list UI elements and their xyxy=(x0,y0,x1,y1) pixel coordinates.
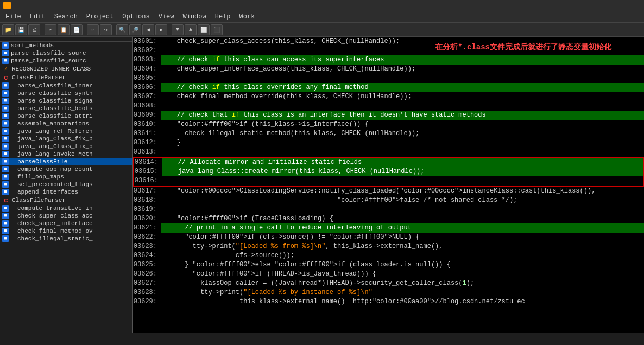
main-layout: ■sort_methods■parse_classfile_sourc■pars… xyxy=(0,37,644,333)
sidebar-item[interactable]: ■assemble_annotations xyxy=(0,120,132,127)
sidebar-item[interactable]: ■java_lang_Class_fix_p xyxy=(0,135,132,143)
method-icon: ■ xyxy=(2,205,9,212)
sidebar-item[interactable]: cClassFileParser xyxy=(0,73,132,82)
toolbar-button-8[interactable]: 🔍 xyxy=(116,24,128,35)
toolbar-button-13[interactable]: ▲ xyxy=(185,24,197,35)
menu-item-search[interactable]: Search xyxy=(50,12,82,22)
sidebar-item-label: assemble_annotations xyxy=(17,120,89,127)
sidebar-item[interactable]: ■parseClassFile xyxy=(0,158,132,165)
menu-item-window[interactable]: Window xyxy=(179,12,211,22)
toolbar-button-6[interactable]: ↩ xyxy=(87,24,99,35)
sidebar-item[interactable]: ■java_lang_invoke_Meth xyxy=(0,150,132,158)
method-icon: ■ xyxy=(2,90,9,97)
toolbar-button-11[interactable]: ▶ xyxy=(155,24,167,35)
code-content: // check that if this class is an interf… xyxy=(161,111,644,120)
sidebar-item-label: check_super_class_acc xyxy=(17,213,93,219)
line-number: 03626: xyxy=(133,270,161,279)
menu-item-project[interactable]: Project xyxy=(82,12,118,22)
class-icon: c xyxy=(2,74,10,81)
code-content: } xyxy=(161,138,644,148)
line-number: 03604: xyxy=(133,65,161,74)
sidebar-item[interactable]: ≠RECOGNIZED_INNER_CLASS_ xyxy=(0,65,132,73)
method-icon: ■ xyxy=(2,120,9,127)
menu-item-edit[interactable]: Edit xyxy=(26,12,50,22)
sidebar-item[interactable]: ■compute_oop_map_count xyxy=(0,165,132,173)
code-row: 03619: xyxy=(133,205,644,214)
method-icon: ■ xyxy=(2,151,9,157)
line-number: 03611: xyxy=(133,129,161,138)
toolbar-button-3[interactable]: ✂ xyxy=(45,24,56,35)
sidebar-item-label: parse_classfile_attri xyxy=(17,113,93,119)
line-number: 03615: xyxy=(134,167,162,176)
line-number: 03613: xyxy=(133,148,161,157)
sidebar-item[interactable]: cClassFileParser xyxy=(0,196,132,205)
code-row: 03622: "color:#ffff00">if (cfs->source()… xyxy=(133,233,644,242)
code-content: "color:#ffff00">if (TraceClassLoading) { xyxy=(161,214,644,223)
menu-item-view[interactable]: View xyxy=(154,12,179,22)
sidebar-item[interactable]: ■fill_oop_maps xyxy=(0,173,132,181)
toolbar-button-15[interactable]: ⬛ xyxy=(211,24,223,35)
code-row: 03606: // check if this class overrides … xyxy=(133,83,644,92)
toolbar-button-2[interactable]: 🖨 xyxy=(28,24,40,35)
menu-item-file[interactable]: File xyxy=(1,12,26,22)
sidebar-item[interactable]: ■parse_classfile_sourc xyxy=(0,57,132,65)
method-icon: ■ xyxy=(2,228,9,234)
sidebar-item[interactable]: ■check_final_method_ov xyxy=(0,227,132,235)
sidebar-item[interactable]: ■set_precomputed_flags xyxy=(0,181,132,188)
toolbar-button-0[interactable]: 📁 xyxy=(2,24,14,35)
line-number: 03602: xyxy=(133,46,161,55)
sidebar-item[interactable]: ■check_super_class_acc xyxy=(0,212,132,220)
sidebar-item[interactable]: ■parse_classfile_attri xyxy=(0,112,132,120)
toolbar-button-9[interactable]: 🔎 xyxy=(129,24,141,35)
sidebar[interactable]: ■sort_methods■parse_classfile_sourc■pars… xyxy=(0,37,133,333)
code-row: 03601: check_super_class_access(this_kla… xyxy=(133,37,644,46)
code-row: 03626: "color:#ffff00">if (THREAD->is_Ja… xyxy=(133,270,644,279)
sidebar-item[interactable]: ■java_lang_Class_fix_p xyxy=(0,143,132,150)
code-content: // Allocate mirror and initialize static… xyxy=(162,158,643,167)
method-icon: ■ xyxy=(2,42,9,49)
sidebar-item[interactable]: ■check_super_interface xyxy=(0,220,132,227)
sidebar-item[interactable]: ■parse_classfile_boots xyxy=(0,105,132,112)
code-row: 03614: // Allocate mirror and initialize… xyxy=(133,157,644,167)
toolbar-button-1[interactable]: 💾 xyxy=(15,24,27,35)
sidebar-item[interactable]: ■java_lang_ref_Referen xyxy=(0,127,132,135)
code-row: 03618: "color:#ffff00">false /* not shar… xyxy=(133,196,644,205)
line-number: 03621: xyxy=(133,223,161,233)
sidebar-item-label: sort_methods xyxy=(11,42,54,49)
toolbar-separator xyxy=(41,24,43,35)
menu-item-help[interactable]: Help xyxy=(211,12,235,22)
sidebar-item-label: ClassFileParser xyxy=(12,74,66,81)
toolbar-button-7[interactable]: ↪ xyxy=(100,24,112,35)
toolbar-button-4[interactable]: 📋 xyxy=(58,24,70,35)
line-number: 03622: xyxy=(133,233,161,242)
toolbar-button-14[interactable]: ⬜ xyxy=(198,24,210,35)
sidebar-item[interactable]: ■parse_classfile_synth xyxy=(0,90,132,97)
toolbar-button-5[interactable]: 📄 xyxy=(71,24,83,35)
method-icon: ■ xyxy=(2,213,9,219)
menu-item-work[interactable]: Work xyxy=(235,12,260,22)
sidebar-title xyxy=(0,37,132,42)
method-icon: ■ xyxy=(2,113,9,119)
sidebar-item-label: java_lang_Class_fix_p xyxy=(17,136,93,142)
toolbar-button-12[interactable]: ▼ xyxy=(172,24,184,35)
toolbar-button-10[interactable]: ◀ xyxy=(142,24,154,35)
code-content: this_klass->external_name() http:"color:… xyxy=(161,297,644,306)
sidebar-item[interactable]: ■compute_transitive_in xyxy=(0,205,132,212)
line-number: 03607: xyxy=(133,92,161,101)
line-number: 03608: xyxy=(133,101,161,111)
code-row: 03603: // check if this class can access… xyxy=(133,55,644,65)
sidebar-item[interactable]: ■append_interfaces xyxy=(0,188,132,196)
sidebar-item[interactable]: ■parse_classfile_signa xyxy=(0,97,132,105)
line-number: 03617: xyxy=(133,187,161,196)
code-content: } "color:#ffff00">else "color:#ffff00">i… xyxy=(161,260,644,270)
sidebar-item[interactable]: ■parse_classfile_inner xyxy=(0,82,132,90)
code-area[interactable]: 在分析*.class文件完成后就进行了静态变量初始化 03601: check_… xyxy=(133,37,644,333)
code-row: 03620: "color:#ffff00">if (TraceClassLoa… xyxy=(133,214,644,223)
line-number: 03620: xyxy=(133,214,161,223)
line-number: 03625: xyxy=(133,260,161,270)
sidebar-item[interactable]: ■check_illegal_static_ xyxy=(0,235,132,242)
menu-item-options[interactable]: Options xyxy=(118,12,154,22)
title-bar xyxy=(0,0,644,11)
sidebar-item[interactable]: ■sort_methods xyxy=(0,42,132,49)
sidebar-item[interactable]: ■parse_classfile_sourc xyxy=(0,49,132,57)
